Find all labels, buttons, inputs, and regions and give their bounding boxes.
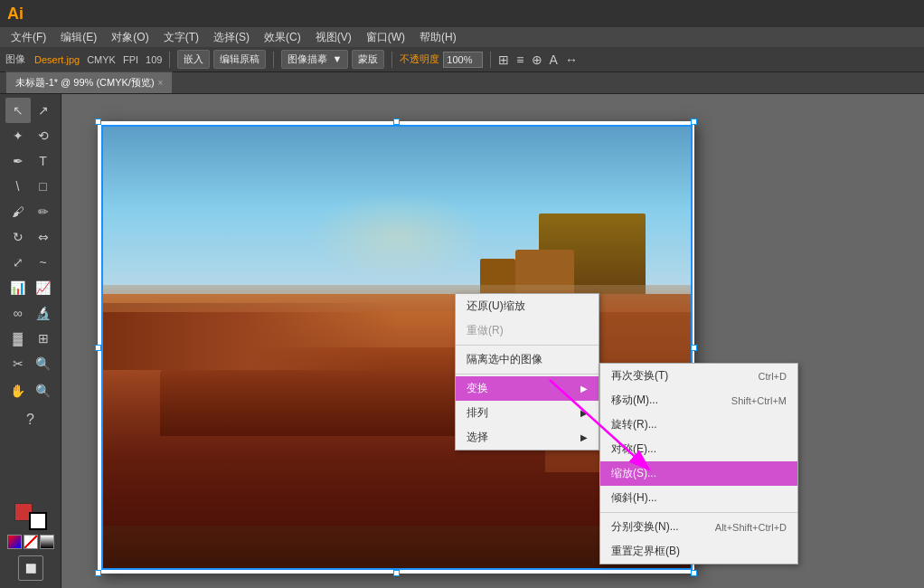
- menu-text[interactable]: 文字(T): [156, 28, 206, 47]
- image-label: 图像: [5, 52, 25, 66]
- ctx-individual-shortcut: Alt+Shift+Ctrl+D: [715, 522, 787, 533]
- main-area: ↖ ↗ ✦ ⟲ ✒ T \ □ 🖌 ✏ ↻ ⇔ ⤢ ~ 📊 📈: [0, 94, 924, 588]
- ctx-isolate[interactable]: 隔离选中的图像: [456, 347, 599, 372]
- sel-handle-br[interactable]: [691, 570, 697, 576]
- align-icon[interactable]: ≡: [516, 52, 523, 67]
- tab-label: 未标题-1* @ 99% (CMYK/预览): [15, 76, 155, 90]
- ctx-undo[interactable]: 还原(U)缩放: [456, 294, 599, 318]
- sel-handle-bl[interactable]: [95, 570, 101, 576]
- ctx-shear[interactable]: 倾斜(H)...: [600, 486, 797, 510]
- menu-window[interactable]: 窗口(W): [359, 28, 412, 47]
- menu-bar: 文件(F) 编辑(E) 对象(O) 文字(T) 选择(S) 效果(C) 视图(V…: [0, 27, 924, 47]
- ctx-move[interactable]: 移动(M)... Shift+Ctrl+M: [600, 388, 797, 413]
- zoom2-tool[interactable]: 🔍: [31, 378, 56, 403]
- ctx-transform-arrow: ▶: [580, 384, 588, 394]
- hand-tool[interactable]: ✋: [5, 378, 31, 403]
- warp-tool[interactable]: ~: [31, 250, 56, 275]
- ctx-reset[interactable]: 重置定界框(B): [600, 539, 797, 564]
- scissors-tool[interactable]: ✂: [5, 351, 31, 376]
- graph-tool[interactable]: 📊: [5, 275, 31, 300]
- menu-file[interactable]: 文件(F): [4, 28, 53, 47]
- sel-handle-tc[interactable]: [393, 119, 400, 125]
- menu-object[interactable]: 对象(O): [104, 28, 156, 47]
- ctx-individual[interactable]: 分别变换(N)... Alt+Shift+Ctrl+D: [600, 515, 797, 539]
- magic-wand-tool[interactable]: ✦: [5, 123, 31, 148]
- menu-help[interactable]: 帮助(H): [412, 28, 464, 47]
- tab-bar: 未标题-1* @ 99% (CMYK/预览) ×: [0, 72, 924, 94]
- app-logo: Ai: [7, 5, 24, 24]
- properties-toolbar: 图像 Desert.jpg CMYK FPI 109 嵌入 编辑原稿 图像描摹 …: [0, 47, 924, 72]
- pencil-tool[interactable]: ✏: [31, 199, 56, 224]
- scale-tool[interactable]: ⤢: [5, 250, 31, 275]
- title-bar: Ai: [0, 0, 924, 27]
- ctx-select[interactable]: 选择 ▶: [456, 425, 599, 450]
- sel-handle-bc[interactable]: [393, 570, 400, 576]
- none-swatch[interactable]: [24, 535, 38, 549]
- lasso-tool[interactable]: ⟲: [31, 123, 56, 148]
- sel-handle-tr[interactable]: [691, 119, 697, 125]
- toolbox: ↖ ↗ ✦ ⟲ ✒ T \ □ 🖌 ✏ ↻ ⇔ ⤢ ~ 📊 📈: [0, 94, 61, 588]
- ctx-move-shortcut: Shift+Ctrl+M: [731, 395, 787, 406]
- rotate-tool[interactable]: ↻: [5, 224, 31, 250]
- gradient-tool[interactable]: ▓: [5, 326, 31, 351]
- ctx-sep-1: [456, 345, 599, 346]
- opacity-label: 不透明度: [400, 52, 439, 66]
- gradient-swatch[interactable]: [40, 535, 54, 549]
- color-swatch[interactable]: [7, 535, 22, 549]
- colormode-label: CMYK: [87, 54, 116, 65]
- pathfinder-icon[interactable]: ⊕: [532, 52, 542, 67]
- mirror-tool[interactable]: ⇔: [31, 224, 56, 250]
- ctx-transform[interactable]: 变换 ▶: [456, 376, 599, 401]
- eyedropper-tool[interactable]: 🔬: [31, 300, 56, 326]
- edit-original-button[interactable]: 编辑原稿: [213, 50, 266, 69]
- menu-effect[interactable]: 效果(C): [257, 28, 308, 47]
- menu-edit[interactable]: 编辑(E): [53, 28, 104, 47]
- blend-tool[interactable]: ∞: [5, 300, 31, 326]
- stroke-swatch[interactable]: [29, 512, 47, 530]
- fpi-label: FPI: [123, 54, 138, 65]
- select-tool[interactable]: ↖: [5, 98, 31, 123]
- filename-label: Desert.jpg: [34, 54, 80, 65]
- ctx-redo: 重做(R): [456, 318, 599, 343]
- mesh-tool[interactable]: ⊞: [31, 326, 56, 351]
- pen-tool[interactable]: ✒: [5, 148, 31, 174]
- image-trace-button[interactable]: 图像描摹 ▼: [281, 50, 348, 69]
- direct-select-tool[interactable]: ↗: [31, 98, 56, 123]
- help-tool[interactable]: ?: [18, 407, 43, 432]
- zoom-tool[interactable]: 🔍: [31, 351, 56, 376]
- ctx-retransform-shortcut: Ctrl+D: [759, 371, 787, 382]
- context-menu-transform: 再次变换(T) Ctrl+D 移动(M)... Shift+Ctrl+M 旋转(…: [599, 363, 798, 564]
- text-tool[interactable]: T: [31, 148, 56, 174]
- paintbrush-tool[interactable]: 🖌: [5, 199, 31, 224]
- sel-handle-mr[interactable]: [691, 345, 697, 351]
- ctx-arrange[interactable]: 排列 ▶: [456, 401, 599, 425]
- opacity-input[interactable]: [443, 52, 483, 68]
- rect-tool[interactable]: □: [31, 174, 56, 199]
- ctx-sep-2: [456, 374, 599, 375]
- embed-button[interactable]: 嵌入: [177, 50, 210, 69]
- canvas-area[interactable]: 还原(U)缩放 重做(R) 隔离选中的图像 变换 ▶ 排列 ▶ 选择 ▶: [61, 94, 924, 588]
- line-tool[interactable]: \: [5, 174, 31, 199]
- ctx-scale[interactable]: 缩放(S)...: [600, 461, 797, 486]
- menu-view[interactable]: 视图(V): [308, 28, 359, 47]
- char-icon[interactable]: A: [550, 52, 558, 67]
- ctx-rotate[interactable]: 旋转(R)...: [600, 413, 797, 437]
- artboard-tool[interactable]: ⬜: [18, 555, 43, 581]
- ctx-retransform[interactable]: 再次变换(T) Ctrl+D: [600, 364, 797, 388]
- tab-close-button[interactable]: ×: [158, 78, 164, 88]
- transform-icon[interactable]: ⊞: [498, 52, 509, 67]
- document-tab[interactable]: 未标题-1* @ 99% (CMYK/预览) ×: [5, 71, 173, 93]
- context-menu-primary: 还原(U)缩放 重做(R) 隔离选中的图像 变换 ▶ 排列 ▶ 选择 ▶: [455, 293, 599, 450]
- ctx-reflect[interactable]: 对称(E)...: [600, 437, 797, 461]
- sel-handle-ml[interactable]: [95, 345, 101, 351]
- ctx-select-arrow: ▶: [580, 432, 588, 442]
- ctx-arrange-arrow: ▶: [580, 408, 588, 418]
- chart2-tool[interactable]: 📈: [31, 275, 56, 300]
- arrange-icon[interactable]: ↔: [565, 52, 578, 67]
- mask-button[interactable]: 蒙版: [352, 50, 384, 69]
- menu-select[interactable]: 选择(S): [206, 28, 257, 47]
- fpi-value: 109: [146, 54, 162, 65]
- sel-handle-tl[interactable]: [95, 119, 101, 125]
- ctx-sep-transform: [600, 512, 797, 513]
